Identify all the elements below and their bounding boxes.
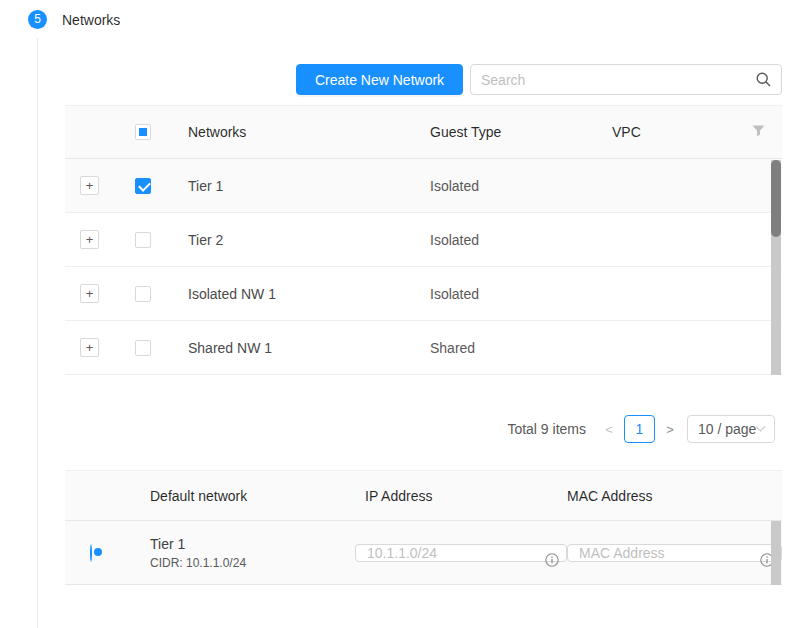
ip-address-field-wrap xyxy=(355,545,567,561)
network-row: + Tier 1 Isolated xyxy=(65,159,782,213)
network-row: + Shared NW 1 Shared xyxy=(65,321,782,375)
network-name: Shared NW 1 xyxy=(188,340,430,356)
ip-address-input[interactable] xyxy=(355,544,567,562)
default-network-name: Tier 1 xyxy=(150,535,355,553)
pagination: Total 9 items < 1 > 10 / page xyxy=(507,415,775,443)
default-network-table-header: Default network IP Address MAC Address xyxy=(65,470,782,521)
step-title: Networks xyxy=(62,12,120,28)
search-box[interactable] xyxy=(470,64,782,95)
chevron-down-icon xyxy=(756,421,766,431)
create-new-network-button[interactable]: Create New Network xyxy=(296,64,463,95)
default-network-table-scrollbar[interactable] xyxy=(771,521,781,585)
network-name: Tier 1 xyxy=(188,178,430,194)
expand-row-button[interactable]: + xyxy=(80,230,99,249)
filter-icon[interactable] xyxy=(752,125,765,137)
pagination-prev-icon[interactable]: < xyxy=(600,422,618,437)
expand-row-button[interactable]: + xyxy=(80,176,99,195)
default-network-table: Default network IP Address MAC Address T… xyxy=(65,470,782,585)
row-checkbox[interactable] xyxy=(135,232,151,248)
row-checkbox[interactable] xyxy=(135,340,151,356)
column-header-default-network: Default network xyxy=(140,488,355,504)
step-connector-line xyxy=(37,38,38,628)
network-guest-type: Isolated xyxy=(430,178,612,194)
column-header-networks: Networks xyxy=(188,124,430,140)
network-name: Tier 2 xyxy=(188,232,430,248)
pagination-page-1[interactable]: 1 xyxy=(624,415,655,443)
network-name: Isolated NW 1 xyxy=(188,286,430,302)
mac-address-field-wrap xyxy=(567,545,782,561)
network-guest-type: Isolated xyxy=(430,286,612,302)
column-header-mac-address: MAC Address xyxy=(567,488,782,504)
deploy-wizard-networks-step: 5 Networks Create New Network Networks G… xyxy=(0,0,805,628)
page-size-value: 10 / page xyxy=(698,421,756,437)
default-network-row: Tier 1 CIDR: 10.1.1.0/24 xyxy=(65,521,782,585)
column-header-guest-type: Guest Type xyxy=(430,124,612,140)
info-icon[interactable] xyxy=(545,553,559,567)
page-size-select[interactable]: 10 / page xyxy=(687,415,775,443)
column-header-vpc: VPC xyxy=(612,124,740,140)
row-checkbox[interactable] xyxy=(135,286,151,302)
network-row: + Isolated NW 1 Isolated xyxy=(65,267,782,321)
row-checkbox[interactable] xyxy=(135,178,151,194)
select-all-checkbox[interactable] xyxy=(135,124,151,140)
networks-table-scrollbar[interactable] xyxy=(771,160,781,375)
network-guest-type: Isolated xyxy=(430,232,612,248)
mac-address-input[interactable] xyxy=(567,544,782,562)
column-header-ip-address: IP Address xyxy=(355,488,567,504)
default-network-cidr: CIDR: 10.1.1.0/24 xyxy=(150,555,355,571)
scrollbar-thumb[interactable] xyxy=(771,160,781,237)
pagination-total: Total 9 items xyxy=(507,421,586,437)
step-number-badge: 5 xyxy=(28,10,47,29)
default-network-radio[interactable] xyxy=(90,544,92,562)
search-input[interactable] xyxy=(481,72,756,88)
pagination-next-icon[interactable]: > xyxy=(661,422,679,437)
expand-row-button[interactable]: + xyxy=(80,338,99,357)
network-guest-type: Shared xyxy=(430,340,612,356)
networks-table: Networks Guest Type VPC + Tier 1 Isolate… xyxy=(65,105,782,375)
search-icon[interactable] xyxy=(756,72,771,87)
network-row: + Tier 2 Isolated xyxy=(65,213,782,267)
networks-table-header: Networks Guest Type VPC xyxy=(65,105,782,159)
expand-row-button[interactable]: + xyxy=(80,284,99,303)
